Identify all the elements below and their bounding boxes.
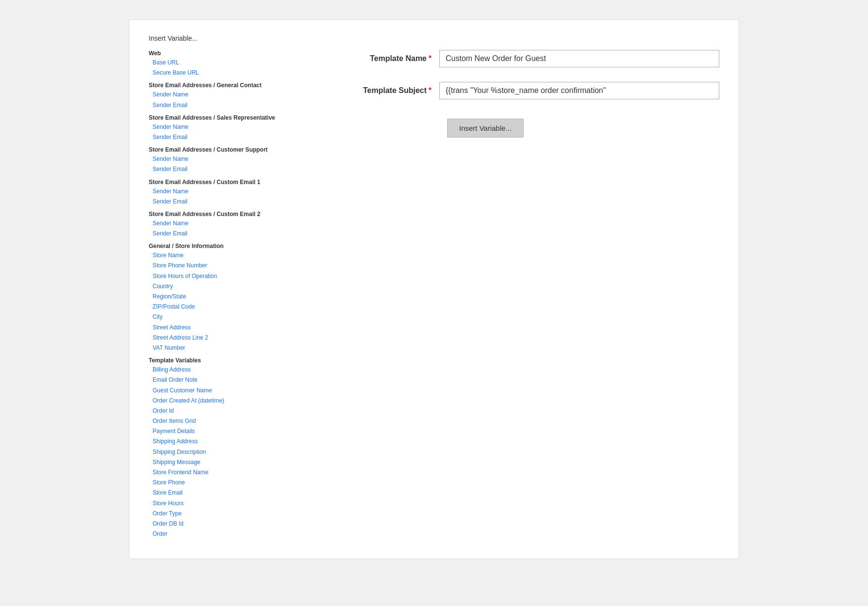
- content-area: WebBase URLSecure Base URLStore Email Ad…: [149, 50, 719, 539]
- template-name-label: Template Name*: [333, 54, 439, 63]
- variable-link[interactable]: Payment Details: [149, 426, 304, 436]
- section-heading: Store Email Addresses / General Contact: [149, 82, 304, 89]
- variable-link[interactable]: Secure Base URL: [149, 68, 304, 78]
- variable-link[interactable]: Email Order Note: [149, 375, 304, 385]
- variable-link[interactable]: VAT Number: [149, 343, 304, 353]
- section-heading: Store Email Addresses / Sales Representa…: [149, 114, 304, 121]
- section-heading: General / Store Information: [149, 243, 304, 249]
- variable-link[interactable]: Order: [149, 529, 304, 539]
- required-star-subject: *: [429, 86, 432, 94]
- variable-link[interactable]: ZIP/Postal Code: [149, 302, 304, 312]
- variable-link[interactable]: Store Name: [149, 250, 304, 261]
- variable-link[interactable]: Order DB Id: [149, 519, 304, 529]
- variable-link[interactable]: Sender Email: [149, 132, 304, 142]
- variable-link[interactable]: Order Created At (datetime): [149, 396, 304, 406]
- variable-link[interactable]: Store Phone Number: [149, 261, 304, 271]
- template-name-row: Template Name*: [333, 50, 719, 67]
- variable-link[interactable]: Shipping Address: [149, 436, 304, 447]
- template-subject-label: Template Subject*: [333, 86, 439, 95]
- template-name-input[interactable]: [439, 50, 719, 67]
- variable-link[interactable]: Sender Name: [149, 218, 304, 229]
- template-subject-row: Template Subject*: [333, 82, 719, 99]
- variable-link[interactable]: Order Type: [149, 509, 304, 519]
- insert-variable-title: Insert Variable...: [149, 34, 719, 42]
- variable-link[interactable]: Store Phone: [149, 478, 304, 488]
- section-heading: Template Variables: [149, 357, 304, 364]
- right-panel: Template Name* Template Subject* Insert …: [313, 50, 719, 539]
- variable-link[interactable]: Order Id: [149, 406, 304, 416]
- variable-link[interactable]: Shipping Message: [149, 457, 304, 467]
- variable-link[interactable]: Sender Name: [149, 122, 304, 132]
- variable-link[interactable]: Sender Name: [149, 154, 304, 164]
- section-heading: Store Email Addresses / Custom Email 2: [149, 211, 304, 218]
- variable-link[interactable]: Sender Email: [149, 197, 304, 207]
- left-panel: WebBase URLSecure Base URLStore Email Ad…: [149, 50, 313, 539]
- variable-link[interactable]: Sender Email: [149, 164, 304, 174]
- variable-link[interactable]: Shipping Description: [149, 447, 304, 457]
- variable-link[interactable]: Store Hours: [149, 498, 304, 509]
- variable-link[interactable]: Region/State: [149, 292, 304, 302]
- variable-link[interactable]: Street Address: [149, 323, 304, 333]
- variable-link[interactable]: Order Items Grid: [149, 416, 304, 426]
- variable-link[interactable]: Billing Address: [149, 365, 304, 375]
- variable-link[interactable]: Store Email: [149, 488, 304, 498]
- variable-link[interactable]: Store Hours of Operation: [149, 271, 304, 281]
- template-subject-input[interactable]: [439, 82, 719, 99]
- variable-link[interactable]: City: [149, 312, 304, 322]
- variable-link[interactable]: Sender Name: [149, 90, 304, 100]
- required-star-name: *: [429, 54, 432, 62]
- variable-link[interactable]: Base URL: [149, 58, 304, 68]
- insert-variable-button[interactable]: Insert Variable...: [447, 119, 524, 138]
- variable-link[interactable]: Sender Name: [149, 186, 304, 197]
- variable-link[interactable]: Country: [149, 281, 304, 292]
- variable-link[interactable]: Sender Email: [149, 100, 304, 110]
- variable-link[interactable]: Sender Email: [149, 229, 304, 239]
- main-card: Insert Variable... WebBase URLSecure Bas…: [129, 19, 739, 559]
- variable-link[interactable]: Store Frontend Name: [149, 467, 304, 478]
- variable-link[interactable]: Guest Customer Name: [149, 386, 304, 396]
- section-heading: Store Email Addresses / Customer Support: [149, 146, 304, 153]
- variable-link[interactable]: Street Address Line 2: [149, 333, 304, 343]
- section-heading: Web: [149, 50, 304, 57]
- section-heading: Store Email Addresses / Custom Email 1: [149, 179, 304, 186]
